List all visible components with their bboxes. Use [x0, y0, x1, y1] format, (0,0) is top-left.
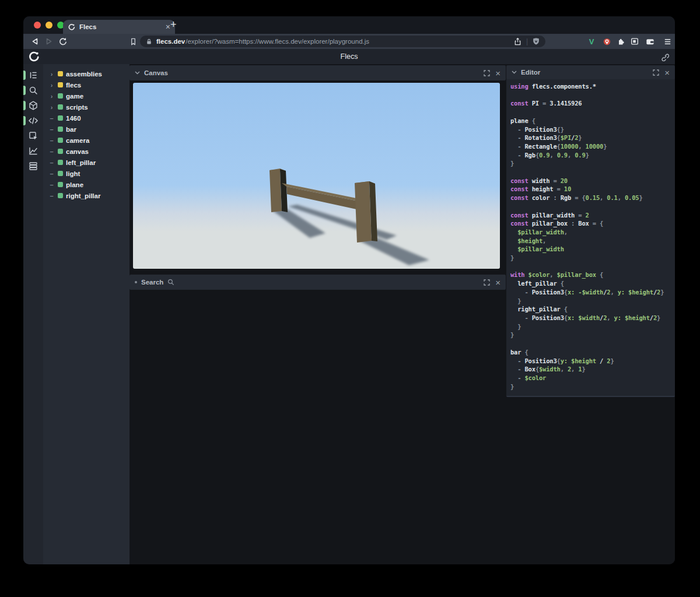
sidebar-item-stats[interactable]	[23, 143, 43, 159]
back-button[interactable]	[28, 34, 42, 48]
close-icon[interactable]: ×	[664, 69, 670, 76]
reload-button[interactable]	[56, 34, 70, 48]
sky-and-ground	[133, 83, 500, 269]
code-line: $pillar_width	[510, 245, 675, 254]
tree-item-light[interactable]: –light	[43, 168, 130, 179]
close-icon[interactable]: ×	[495, 279, 501, 286]
tab-close-icon[interactable]: ×	[166, 23, 170, 31]
tree-item-label: camera	[66, 137, 89, 144]
browser-window: Flecs × + flecs.dev /explorer/?wasm=http…	[23, 16, 675, 564]
address-bar[interactable]: flecs.dev /explorer/?wasm=https://www.fl…	[140, 36, 545, 47]
entity-color-square	[58, 71, 63, 76]
sidebar-item-entity-tree[interactable]	[23, 68, 43, 83]
sidebar-item-entities[interactable]	[23, 98, 43, 113]
active-indicator	[23, 116, 26, 125]
fullscreen-icon[interactable]	[484, 70, 490, 76]
lock-icon	[145, 38, 153, 45]
leaf-dash-icon: –	[48, 181, 55, 188]
code-line	[510, 108, 675, 117]
code-line: }	[510, 331, 675, 339]
share-link-icon[interactable]	[660, 52, 669, 61]
sidebar-item-storage[interactable]	[23, 159, 43, 174]
code-icon	[28, 115, 38, 126]
expand-arrow-icon[interactable]: ›	[48, 104, 55, 111]
tree-item-label: assemblies	[66, 71, 102, 78]
fullscreen-icon[interactable]	[653, 69, 659, 76]
wallet-icon[interactable]	[643, 34, 657, 48]
entity-color-square	[58, 149, 63, 154]
code-line: }	[510, 254, 675, 262]
expand-arrow-icon[interactable]: ›	[48, 93, 55, 100]
app-header: Flecs	[23, 49, 675, 64]
tree-item-plane[interactable]: –plane	[43, 179, 130, 190]
tree-item-1460[interactable]: –1460	[43, 113, 130, 124]
code-line: $height,	[510, 237, 675, 245]
code-line: right_pillar {	[510, 305, 675, 314]
fullscreen-icon[interactable]	[484, 279, 490, 286]
entity-color-square	[58, 171, 63, 176]
extensions-puzzle-icon[interactable]	[614, 34, 628, 48]
page-title: Flecs	[341, 52, 358, 61]
expand-arrow-icon[interactable]: ›	[48, 71, 55, 78]
entity-color-square	[58, 182, 63, 187]
editor-code[interactable]: using flecs.components.* const PI = 3.14…	[506, 79, 675, 391]
extension-red-icon[interactable]	[600, 34, 614, 48]
expand-arrow-icon[interactable]: ›	[48, 82, 55, 89]
canvas-panel-header[interactable]: Canvas ×	[130, 65, 506, 80]
extension-vue-icon[interactable]: V	[584, 34, 598, 48]
share-icon[interactable]	[513, 37, 522, 46]
editor-panel-header[interactable]: Editor ×	[506, 65, 675, 79]
menu-icon[interactable]	[660, 34, 674, 48]
code-line	[510, 202, 675, 211]
entity-tree-panel: ›assemblies›flecs›game›scripts–1460–bar–…	[43, 64, 130, 564]
tree-item-label: light	[66, 170, 80, 177]
chevron-down-icon[interactable]	[512, 71, 517, 74]
search-panel-header[interactable]: Search ×	[130, 275, 506, 290]
leaf-dash-icon: –	[48, 137, 55, 144]
code-line	[510, 262, 675, 271]
code-line	[510, 339, 675, 348]
sidebar-item-inspector[interactable]	[23, 128, 43, 143]
search-panel-title: Search	[141, 279, 163, 286]
tree-item-game[interactable]: ›game	[43, 90, 130, 101]
code-line: const pillar_width = 2	[510, 211, 675, 220]
code-line: const PI = 3.1415926	[510, 99, 675, 108]
tab-title: Flecs	[79, 23, 162, 30]
bookmark-icon[interactable]	[126, 34, 140, 48]
tree-item-bar[interactable]: –bar	[43, 124, 130, 135]
entity-color-square	[58, 138, 63, 143]
brave-shield-icon[interactable]	[532, 37, 540, 45]
close-window-button[interactable]	[34, 22, 41, 29]
chevron-down-icon[interactable]	[135, 71, 140, 75]
sidebar-toggle-icon[interactable]	[628, 34, 642, 48]
canvas-3d-view[interactable]	[133, 83, 500, 269]
leaf-dash-icon: –	[48, 159, 55, 166]
code-line: - Position3{y: $height / 2}	[510, 357, 675, 366]
tree-item-canvas[interactable]: –canvas	[43, 146, 130, 157]
code-line: const pillar_box : Box = {	[510, 219, 675, 228]
collapsed-indicator-icon[interactable]	[135, 281, 137, 283]
minimize-window-button[interactable]	[46, 22, 52, 29]
code-line: left_pillar {	[510, 279, 675, 288]
cube-icon	[28, 100, 38, 111]
tree-item-label: game	[66, 93, 83, 100]
tree-item-right_pillar[interactable]: –right_pillar	[43, 190, 130, 201]
tree-item-flecs[interactable]: ›flecs	[43, 79, 130, 90]
browser-tab[interactable]: Flecs ×	[63, 20, 175, 34]
code-line: $pillar_width,	[510, 228, 675, 237]
sidebar-item-script[interactable]	[23, 113, 43, 128]
editor-panel: Editor × using flecs.components.* const …	[506, 65, 675, 397]
code-line: - Rectangle{10000, 10000}	[510, 142, 675, 151]
sidebar-item-query-search[interactable]	[23, 83, 43, 98]
tree-item-camera[interactable]: –camera	[43, 135, 130, 146]
new-tab-button[interactable]: +	[170, 19, 177, 31]
forward-button[interactable]	[42, 34, 56, 48]
close-icon[interactable]: ×	[495, 69, 501, 77]
entity-color-square	[58, 160, 63, 165]
tree-item-scripts[interactable]: ›scripts	[43, 101, 130, 113]
entity-tree-list: ›assemblies›flecs›game›scripts–1460–bar–…	[43, 68, 130, 201]
code-line: - Position3{x: $width/2, y: $height/2}	[510, 314, 675, 322]
tree-item-assemblies[interactable]: ›assemblies	[43, 68, 130, 79]
code-line: - Rotation3{$PI/2}	[510, 134, 675, 142]
tree-item-left_pillar[interactable]: –left_pillar	[43, 157, 130, 168]
